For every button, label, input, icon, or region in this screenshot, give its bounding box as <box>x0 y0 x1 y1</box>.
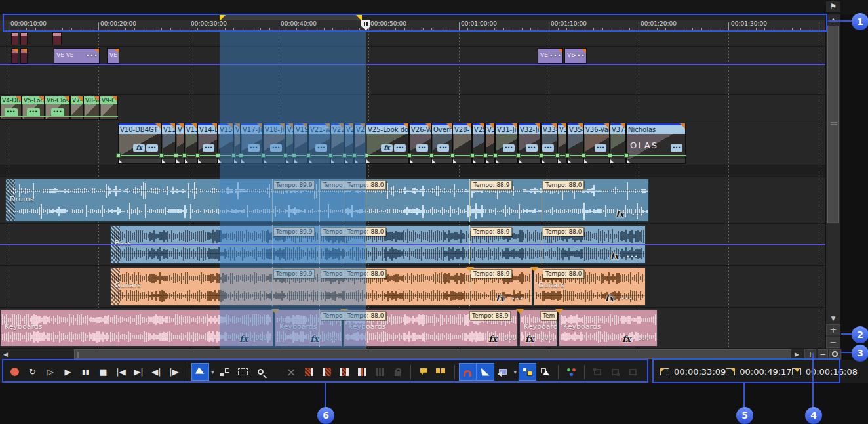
clip-fade-handle[interactable] <box>195 153 200 158</box>
trim-selection-button[interactable] <box>336 363 353 381</box>
video-event-clip[interactable]: V26-Wa••• <box>409 123 431 164</box>
selection-end-time[interactable]: 00:00:49:17 <box>726 367 791 377</box>
track-height-zoom-in-button[interactable]: + <box>826 324 840 335</box>
video-event-clip[interactable]: VE <box>107 48 119 64</box>
video-overlay-track-row[interactable] <box>0 95 825 121</box>
trim-end-button[interactable] <box>318 363 336 381</box>
track-height-zoom-out-button[interactable]: − <box>826 337 840 348</box>
loop-start-marker[interactable] <box>220 14 226 21</box>
video-event-clip[interactable]: Overhe••• <box>431 123 452 164</box>
video-event-clip[interactable]: V <box>176 123 184 164</box>
video-track-row-2[interactable] <box>0 47 825 65</box>
clip-fade-handle[interactable] <box>565 153 570 158</box>
tempo-marker-label[interactable]: Tempo: 88.9 <box>471 269 512 278</box>
hscroll-right-button[interactable]: ▶ <box>793 350 801 358</box>
clip-fade-handle[interactable] <box>608 153 612 158</box>
video-event-clip[interactable] <box>11 48 18 64</box>
clip-fade-handle[interactable] <box>429 153 434 158</box>
selection-length-time[interactable]: 00:00:16:08 <box>792 367 858 377</box>
lock-envelopes-button[interactable] <box>519 363 536 381</box>
previous-frame-button[interactable]: ◀| <box>148 363 165 381</box>
track-envelope-line[interactable] <box>0 64 825 65</box>
clip-fx-button[interactable]: fx <box>622 334 631 344</box>
clip-more-button[interactable]: ••• <box>638 336 650 343</box>
video-event-clip[interactable]: V11 <box>161 123 176 164</box>
clip-more-button[interactable]: ••• <box>549 53 562 59</box>
video-event-clip[interactable]: V30 <box>485 123 495 164</box>
clip-fade-handle[interactable] <box>516 153 521 158</box>
clip-more-button[interactable]: ••• <box>541 336 553 343</box>
play-button[interactable]: ▶ <box>59 363 77 381</box>
clip-fade-handle[interactable] <box>159 153 164 158</box>
clip-fade-handle[interactable] <box>116 153 121 158</box>
vertical-scrollbar[interactable]: ▲▼+− <box>826 14 840 349</box>
clip-fade-handle[interactable] <box>407 153 412 158</box>
clip-more-button[interactable]: ••• <box>621 295 633 302</box>
video-event-clip[interactable]: VE••• <box>538 48 563 64</box>
insert-region-button[interactable] <box>433 363 450 381</box>
zoom-tool-button[interactable] <box>829 349 841 359</box>
go-to-end-button[interactable]: ▶| <box>130 363 148 381</box>
event-pan-crop-button[interactable] <box>562 363 580 381</box>
clip-fade-handle[interactable] <box>624 153 629 158</box>
clip-fx-button[interactable]: fx <box>381 144 393 152</box>
clip-more-button[interactable]: ••• <box>86 53 98 59</box>
tempo-marker-label[interactable]: Tempo: 88.0 <box>543 227 584 236</box>
clip-fade-handle[interactable] <box>555 153 560 158</box>
selection-start-time[interactable]: 00:00:33:09 <box>660 367 726 377</box>
clip-more-button[interactable]: ••• <box>595 144 606 152</box>
video-event-clip[interactable]: VE VE••• <box>54 48 100 64</box>
next-frame-button[interactable]: |▶ <box>165 363 183 381</box>
video-event-clip[interactable]: V13 <box>184 123 197 164</box>
normal-edit-tool-dropdown[interactable]: ▾ <box>211 369 214 375</box>
clip-fx-button[interactable]: fx <box>525 334 534 344</box>
video-track-row-3[interactable] <box>0 65 825 95</box>
clip-fade-handle[interactable] <box>182 153 187 158</box>
clip-more-button[interactable]: ••• <box>416 144 428 152</box>
vscroll-down-button[interactable]: ▼ <box>826 313 840 323</box>
lock-event-button[interactable] <box>389 363 406 381</box>
video-event-clip[interactable]: V36-Var••• <box>583 123 610 164</box>
clip-fade-handle[interactable] <box>174 153 178 158</box>
video-event-clip[interactable] <box>11 32 18 45</box>
record-button[interactable] <box>6 363 24 381</box>
video-event-clip[interactable] <box>52 32 62 45</box>
clip-fx-button[interactable]: fx <box>616 209 624 219</box>
video-event-clip[interactable]: V31-Jim••• <box>495 123 518 164</box>
slip-trim-button[interactable] <box>371 363 389 381</box>
video-event-clip[interactable]: NicholasOLAS••• <box>626 123 686 164</box>
tempo-marker-label[interactable]: Tempo: 88.9 <box>469 311 511 320</box>
delete-button[interactable]: × <box>283 363 300 381</box>
stop-button[interactable]: ■ <box>94 363 112 381</box>
clip-fade-handle[interactable] <box>483 153 488 158</box>
video-event-clip[interactable]: V25-Look do•••fx <box>366 123 409 164</box>
tempo-marker-label[interactable]: Tempo: 88.0 <box>543 269 584 278</box>
clip-fade-handle[interactable] <box>539 153 543 158</box>
normal-edit-tool-button[interactable] <box>191 363 209 381</box>
video-event-clip[interactable]: V29- <box>472 123 485 164</box>
clip-fade-handle[interactable] <box>450 153 455 158</box>
video-event-clip[interactable]: V28- <box>452 123 472 164</box>
clip-fx-button[interactable]: fx <box>496 293 504 303</box>
selection-edit-tool-button[interactable] <box>234 363 252 381</box>
playhead-pause-grip[interactable] <box>361 20 370 30</box>
video-event-clip[interactable]: VE••• <box>564 48 587 64</box>
clip-more-button[interactable]: ••• <box>394 144 406 152</box>
insert-marker-button[interactable] <box>415 363 433 381</box>
event-tool-button-2[interactable] <box>606 363 624 381</box>
audio-event-clip[interactable]: Keyboardsfx••• <box>559 309 658 347</box>
go-to-start-button[interactable]: |◀ <box>112 363 130 381</box>
video-event-clip[interactable] <box>20 48 28 64</box>
clip-fx-button[interactable]: fx <box>610 251 619 261</box>
clip-more-button[interactable]: ••• <box>511 295 524 302</box>
hscroll-thumb[interactable] <box>74 349 791 359</box>
ripple-edit-mode-dropdown[interactable]: ▾ <box>514 369 517 375</box>
clip-more-button[interactable]: ••• <box>504 336 517 343</box>
timeline-zoom-in-button[interactable]: + <box>804 349 816 359</box>
video-event-clip[interactable]: V37- <box>610 123 626 164</box>
clip-fade-handle[interactable] <box>493 153 498 158</box>
loop-region-bar[interactable] <box>220 14 362 20</box>
clip-more-button[interactable]: ••• <box>437 144 449 152</box>
vscroll-up-button[interactable]: ▲ <box>826 14 840 24</box>
clip-more-button[interactable]: ••• <box>626 253 639 260</box>
